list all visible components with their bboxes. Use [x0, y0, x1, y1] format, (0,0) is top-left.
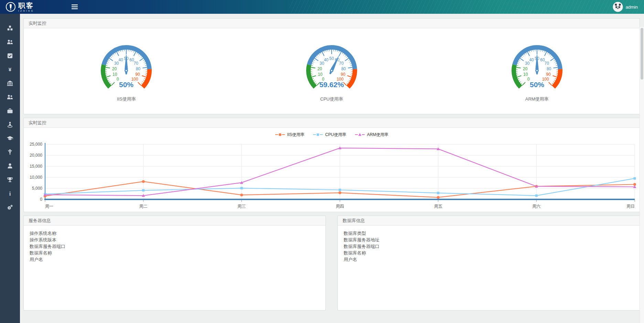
svg-text:80: 80 [547, 66, 551, 71]
vertical-scrollbar[interactable] [640, 27, 644, 323]
server-info-panel: 服务器信息 操作系统名称操作系统版本数据库服务器端口数据库名称用户名 [23, 216, 326, 311]
panel-title: 服务器信息 [24, 216, 325, 226]
sidebar: ¥i [0, 14, 20, 323]
usage-line-chart: 05,00010,00015,00020,00025,000周一周二周三周四周五… [26, 141, 637, 210]
sidebar-item-child[interactable] [4, 149, 16, 156]
hamburger-icon [72, 4, 78, 9]
yen-icon: ¥ [7, 66, 13, 73]
database-info-panel: 数据库信息 数据库类型数据库服务器地址数据库服务器端口数据库名称用户名 [337, 216, 640, 311]
app-logo[interactable]: 职客 IZHIKE [6, 2, 34, 12]
user-menu[interactable]: admin [613, 2, 638, 12]
svg-text:50: 50 [329, 56, 334, 61]
legend-item-IIS使用率[interactable]: IIS使用率 [275, 132, 305, 138]
svg-text:0: 0 [527, 76, 530, 81]
svg-text:10: 10 [112, 72, 117, 76]
svg-text:70: 70 [544, 61, 549, 66]
legend-label: ARM使用率 [367, 132, 389, 138]
sidebar-item-yen[interactable]: ¥ [4, 66, 16, 73]
logo-text: 职客 [18, 2, 34, 9]
svg-text:20: 20 [523, 66, 527, 71]
svg-text:5,000: 5,000 [32, 186, 42, 191]
svg-text:80: 80 [341, 66, 346, 71]
top-header: 职客 IZHIKE admin [0, 0, 644, 14]
svg-text:周二: 周二 [139, 204, 148, 209]
user-icon [7, 163, 13, 169]
users-icon [7, 39, 13, 45]
gauge-2: 0102030405060708090100 50% [503, 40, 571, 93]
sidebar-toggle-button[interactable] [72, 4, 78, 9]
sidebar-item-graduation-cap[interactable] [4, 135, 16, 142]
info-list-item: 操作系统版本 [30, 237, 320, 243]
team-icon [7, 94, 13, 101]
svg-text:周三: 周三 [237, 204, 246, 209]
info-list-item: 数据库服务器地址 [344, 237, 634, 243]
gauge-block-ARM使用率: 0102030405060708090100 50%ARM使用率 [434, 40, 640, 102]
sidebar-item-user[interactable] [4, 163, 16, 169]
avatar [613, 2, 623, 12]
svg-text:80: 80 [136, 66, 141, 71]
svg-text:40: 40 [324, 57, 329, 62]
svg-text:0: 0 [40, 197, 42, 202]
logo-subtext: IZHIKE [18, 10, 34, 12]
legend-marker-icon [313, 133, 323, 137]
svg-text:20: 20 [318, 66, 322, 71]
legend-item-ARM使用率[interactable]: ARM使用率 [355, 132, 389, 138]
gauge-title: CPU使用率 [320, 96, 343, 102]
info-list-item: 数据库类型 [344, 230, 634, 237]
sidebar-item-bank[interactable] [4, 80, 16, 87]
svg-text:周日: 周日 [626, 204, 635, 209]
svg-text:90: 90 [136, 72, 140, 76]
sidebar-item-trophy[interactable] [4, 176, 16, 183]
main-content: 实时监控 0102030405060708090100 50%IIS使用率010… [20, 13, 644, 314]
chart-panel: 实时监控 IIS使用率 CPU使用率 ARM使用率 05,00010,00015… [23, 118, 640, 212]
sidebar-item-cubes[interactable] [4, 25, 16, 32]
gauges-panel: 实时监控 0102030405060708090100 50%IIS使用率010… [23, 18, 640, 114]
child-icon [7, 149, 13, 156]
svg-text:20: 20 [112, 66, 117, 71]
legend-marker-icon [275, 133, 285, 137]
gears-icon [7, 204, 13, 211]
legend-marker-icon [355, 133, 365, 137]
legend-label: IIS使用率 [287, 132, 305, 138]
bank-icon [7, 80, 13, 87]
legend-label: CPU使用率 [325, 132, 346, 138]
svg-text:90: 90 [546, 72, 551, 76]
svg-text:10: 10 [318, 72, 323, 76]
svg-text:25,000: 25,000 [30, 142, 42, 147]
info-list-item: 数据库服务器端口 [344, 243, 634, 250]
gauge-title: IIS使用率 [117, 96, 136, 102]
svg-text:周五: 周五 [434, 204, 442, 209]
info-list-item: 用户名 [30, 256, 320, 263]
gauge-title: ARM使用率 [525, 96, 549, 102]
sidebar-item-users[interactable] [4, 39, 16, 45]
graduation-cap-icon [7, 135, 13, 142]
gauge-value: 50% [119, 81, 133, 88]
svg-text:0: 0 [117, 76, 119, 81]
svg-text:70: 70 [339, 61, 344, 66]
logo-icon [6, 2, 16, 12]
info-list-item: 操作系统名称 [30, 230, 320, 237]
gauge-0: 0102030405060708090100 50% [92, 40, 161, 93]
svg-text:周四: 周四 [336, 204, 344, 209]
gauge-value: 59.62% [319, 81, 344, 88]
svg-text:20,000: 20,000 [30, 153, 42, 158]
legend-item-CPU使用率[interactable]: CPU使用率 [313, 132, 346, 138]
sidebar-item-team[interactable] [4, 94, 16, 101]
sidebar-item-street-view[interactable] [4, 121, 16, 128]
panel-title: 数据库信息 [338, 216, 640, 226]
sidebar-item-briefcase[interactable] [4, 107, 16, 114]
sidebar-item-check-square[interactable] [4, 52, 16, 59]
briefcase-icon [7, 107, 13, 114]
info-list-item: 用户名 [344, 256, 634, 263]
svg-text:10,000: 10,000 [30, 175, 42, 180]
gauge-block-IIS使用率: 0102030405060708090100 50%IIS使用率 [24, 40, 229, 102]
scrollbar-thumb[interactable] [641, 28, 643, 80]
svg-text:90: 90 [341, 72, 346, 76]
svg-text:10: 10 [523, 72, 528, 76]
sidebar-item-info[interactable]: i [4, 190, 16, 197]
svg-text:70: 70 [134, 61, 139, 66]
sidebar-item-gears[interactable] [4, 204, 16, 211]
svg-text:周六: 周六 [532, 204, 540, 209]
svg-text:¥: ¥ [9, 66, 12, 72]
gauge-block-CPU使用率: 0102030405060708090100 59.62%CPU使用率 [229, 40, 434, 102]
